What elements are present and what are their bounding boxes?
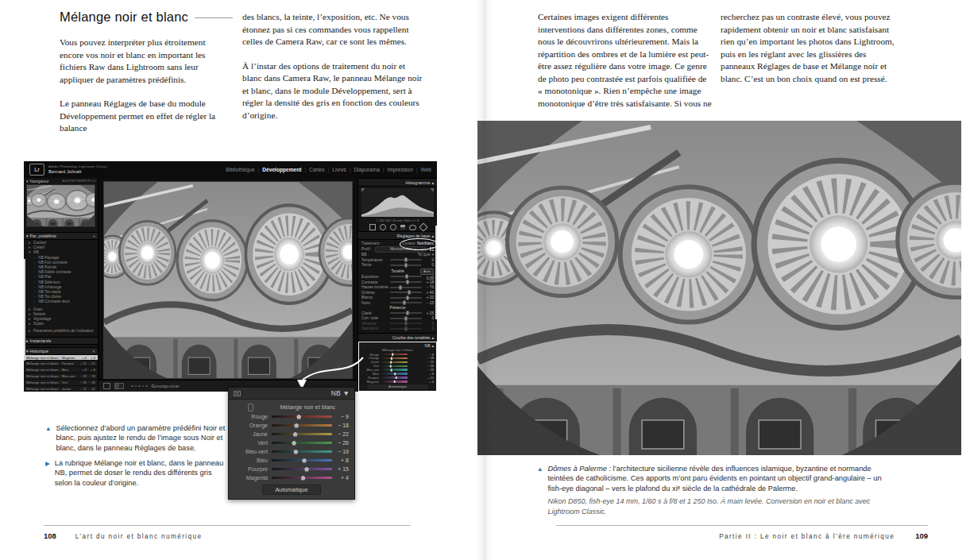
wb-dropdown[interactable]: Tel quel <box>417 253 430 257</box>
slider-thumb[interactable] <box>292 441 296 446</box>
slider-thumb[interactable] <box>390 361 392 364</box>
clear-history-icon[interactable]: ✕ <box>92 349 95 353</box>
slider-track[interactable] <box>381 361 408 363</box>
before-after-icon[interactable] <box>114 383 124 389</box>
history-step[interactable]: Mélange noir et blanc : Bleu+ 8+ 8 <box>24 367 98 373</box>
slider-track[interactable] <box>390 302 422 303</box>
module-developpement[interactable]: Développement <box>262 167 301 172</box>
history-step[interactable]: Mélange noir et blanc : Vert− 26− 26 <box>24 380 98 386</box>
right-panel-scrollbar[interactable] <box>435 226 437 319</box>
slider-thumb[interactable] <box>301 476 306 481</box>
auto-mix-button[interactable]: Automatique <box>367 384 428 389</box>
slider-track[interactable] <box>272 433 332 435</box>
slider-track[interactable] <box>390 328 422 330</box>
nb-panel-header[interactable]: NB ▴ <box>359 342 436 348</box>
crop-tool-icon[interactable] <box>369 224 376 230</box>
slider-track[interactable] <box>381 380 408 382</box>
slider-track[interactable] <box>390 312 422 314</box>
slider-track[interactable] <box>272 450 332 453</box>
navigator-header[interactable]: ▾ Navigateur AJUSTER REMPLIR 1:1 <box>24 178 98 183</box>
zoom-levels[interactable]: AJUSTER REMPLIR 1:1 <box>62 180 95 183</box>
slider-track[interactable] <box>390 297 422 299</box>
slider-track[interactable] <box>381 357 408 359</box>
slider-thumb[interactable] <box>392 353 394 356</box>
slider-track[interactable] <box>390 292 422 293</box>
slider-thumb[interactable] <box>405 263 408 267</box>
slider-thumb[interactable] <box>293 432 298 437</box>
preset-group-user[interactable]: ▸Paramètres prédéfinis de l’utilisateur <box>29 329 96 334</box>
slider-thumb[interactable] <box>393 380 396 383</box>
slider-thumb[interactable] <box>404 301 406 305</box>
auto-button[interactable]: Auto <box>420 268 434 275</box>
redeye-tool-icon[interactable] <box>390 224 396 230</box>
grid-view-icon[interactable] <box>103 383 110 389</box>
history-step[interactable]: Mélange noir et blanc : Bleu-vert− 19− 1… <box>24 373 98 380</box>
slider-track[interactable] <box>272 415 332 418</box>
nb-callout-header[interactable]: NB ▼ <box>229 388 354 400</box>
plus-icon[interactable]: + <box>93 234 95 238</box>
slider-thumb[interactable] <box>405 326 408 330</box>
module-impression[interactable]: Impression <box>388 167 413 172</box>
slider-thumb[interactable] <box>394 373 396 376</box>
soft-proof-label[interactable]: Épreuvage écran <box>152 384 180 388</box>
radial-filter-icon[interactable] <box>409 225 416 230</box>
slider-thumb[interactable] <box>293 450 298 454</box>
slider-track[interactable] <box>390 276 422 277</box>
module-bibliotheque[interactable]: Bibliothèque <box>226 167 254 172</box>
slider-thumb[interactable] <box>304 467 309 472</box>
auto-mix-button[interactable]: Automatique <box>262 485 321 495</box>
slider-thumb[interactable] <box>406 275 408 279</box>
heal-tool-icon[interactable] <box>380 224 386 230</box>
slider-thumb[interactable] <box>390 357 392 360</box>
slider-thumb[interactable] <box>302 458 307 463</box>
history-header[interactable]: ▾ Historique ✕ <box>24 347 98 355</box>
slider-track[interactable] <box>390 318 422 319</box>
slider-thumb[interactable] <box>400 285 402 289</box>
tone-curve-header[interactable]: Courbe des tonalités ▴ <box>358 333 437 342</box>
navigator-thumbnail[interactable] <box>26 184 95 227</box>
history-step[interactable]: Mélange noir et blanc : Magenta+ 4+ 4 <box>24 355 98 361</box>
graduated-filter-icon[interactable] <box>400 225 405 230</box>
slider-track[interactable] <box>390 281 422 283</box>
slider-track[interactable] <box>381 377 408 378</box>
histogram[interactable] <box>361 188 434 217</box>
slider-thumb[interactable] <box>395 376 397 379</box>
slider-track[interactable] <box>272 424 332 427</box>
slider-thumb[interactable] <box>296 415 301 419</box>
slider-thumb[interactable] <box>405 316 408 320</box>
module-web[interactable]: Web <box>421 167 431 172</box>
slider-thumb[interactable] <box>405 258 408 262</box>
slider-track[interactable] <box>272 459 332 462</box>
slider-track[interactable] <box>272 477 332 479</box>
slider-thumb[interactable] <box>406 280 408 284</box>
slider-track[interactable] <box>381 373 408 374</box>
slider-track[interactable] <box>381 353 408 355</box>
slider-track[interactable] <box>390 322 422 324</box>
slider-track[interactable] <box>381 365 408 367</box>
star-rating[interactable] <box>131 385 148 388</box>
slider-track[interactable] <box>272 442 332 444</box>
snapshots-header[interactable]: ▸ Instantanés <box>24 337 98 345</box>
module-cartes[interactable]: Cartes <box>309 167 324 172</box>
module-livres[interactable]: Livres <box>332 167 346 172</box>
slider-thumb[interactable] <box>405 322 408 326</box>
slider-track[interactable] <box>381 369 408 370</box>
histogram-header[interactable]: Histogramme ▴ <box>358 178 437 187</box>
slider-thumb[interactable] <box>390 369 392 372</box>
history-step[interactable]: Mélange noir et blanc : Pourpre+ 15+ 15 <box>24 361 98 367</box>
presets-panel-header[interactable]: ▾ Par. prédéfinis + <box>24 232 98 240</box>
slider-track[interactable] <box>390 259 422 261</box>
module-diaporama[interactable]: Diaporama <box>354 167 380 172</box>
slider-thumb[interactable] <box>407 311 409 315</box>
slider-thumb[interactable] <box>408 291 411 295</box>
slider-track[interactable] <box>390 287 422 288</box>
slider-track[interactable] <box>272 468 332 470</box>
slider-thumb[interactable] <box>389 365 392 368</box>
slider-track[interactable] <box>390 265 422 266</box>
preview-photo[interactable] <box>103 181 353 379</box>
slider-thumb[interactable] <box>407 295 409 299</box>
history-step[interactable]: Mélange noir et blanc : Jaune− 22− 22 <box>24 386 98 392</box>
brush-tool-icon[interactable] <box>419 222 427 231</box>
panel-switch-icon[interactable] <box>248 404 253 411</box>
left-panel-scrollbar[interactable] <box>24 259 25 361</box>
